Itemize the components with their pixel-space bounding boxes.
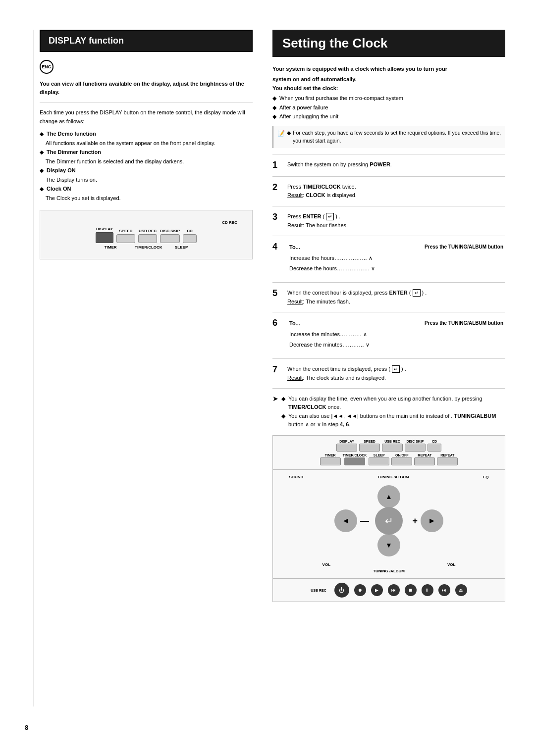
remote-display-group: DISPLAY [336, 440, 357, 452]
step-4-press-label: Press the TUNING/ALBUM button [401, 242, 505, 253]
bullet-clock-on: ◆ Clock ON [40, 185, 253, 193]
remote-usbrec-btn[interactable] [382, 444, 403, 452]
clock-when-bullets: ◆ When you first purchase the micro-comp… [272, 94, 505, 121]
remote-timerclock-btn[interactable] [344, 457, 365, 465]
dpad-area: ◄ ▲ ► ▼ — + ↵ [329, 481, 448, 560]
remote-repeat2-btn[interactable] [437, 457, 458, 465]
vol-minus-btn[interactable]: — [360, 516, 369, 526]
step-6-number: 6 [272, 318, 282, 328]
step-6-increase-minutes: Increase the minutes………… ∧ [287, 329, 397, 340]
bullet-display-on: ◆ Display ON [40, 166, 253, 175]
remote-onoff-group: ON/OFF [391, 454, 412, 465]
bullet-display-on-desc: The Display turns on. [46, 176, 253, 184]
play-btn[interactable]: ▶ [371, 584, 383, 596]
bullet-clock-on-desc: The Clock you set is displayed. [46, 194, 253, 202]
vol-right-label: VOL [447, 562, 455, 567]
dpad-down-btn[interactable]: ▼ [377, 534, 400, 556]
remote-center-section: SOUND TUNING /ALBUM EQ ◄ ▲ ► ▼ [273, 470, 505, 579]
step-2-number: 2 [272, 183, 282, 193]
stop-btn[interactable]: ⏹ [405, 584, 417, 596]
speed-btn-group: SPEED [116, 229, 135, 243]
cd-label: CD [187, 229, 193, 233]
step-6-to-label: To... [287, 318, 397, 329]
disc-skip-button[interactable] [160, 234, 180, 243]
dpad-left-btn[interactable]: ◄ [334, 509, 357, 532]
usb-rec-button[interactable] [138, 234, 157, 243]
display-intro-bold: You can view all functions available on … [40, 80, 253, 96]
step-divider-1 [272, 176, 505, 177]
timer-row: TIMER TIMER/CLOCK SLEEP [105, 245, 188, 250]
step-divider-7 [272, 388, 505, 389]
remote-top-row2: TIMER TIMER/CLOCK SLEEP ON/OFF [320, 454, 458, 465]
next-btn[interactable]: ⏭ [438, 584, 450, 596]
speed-button[interactable] [116, 234, 135, 243]
step-divider-4 [272, 282, 505, 283]
step-4: 4 To... Press the TUNING/ALBUM button In… [272, 242, 505, 276]
bullet-demo: ◆ The Demo function [40, 130, 253, 138]
remote-display-btn[interactable] [336, 444, 357, 452]
step-divider-5 [272, 312, 505, 312]
remote-timerclock-group: TIMER/CLOCK [343, 454, 367, 465]
step-divider-3 [272, 236, 505, 236]
display-button[interactable] [96, 232, 113, 243]
bullet-dimmer: ◆ The Dimmer function [40, 148, 253, 156]
step-1: 1 Switch the system on by pressing POWER… [272, 160, 505, 170]
clock-should-set: You should set the clock: [272, 85, 505, 91]
clock-section-header: Setting the Clock [272, 30, 505, 57]
prev-btn[interactable]: ⏮ [388, 584, 400, 596]
cd-button[interactable] [183, 234, 197, 243]
enter-center-btn[interactable]: ↵ [375, 507, 403, 535]
step-6-table: To... Press the TUNING/ALBUM button Incr… [287, 318, 505, 351]
diamond-icon: ◆ [40, 130, 44, 138]
tip-section: ➤ ◆ You can display the time, even when … [272, 395, 505, 429]
timer-label: TIMER [105, 245, 117, 250]
remote-timer-label: TIMER [325, 454, 336, 457]
remote-repeat1-btn[interactable] [414, 457, 435, 465]
eng-badge: ENG [40, 60, 54, 74]
tuning-album-top: TUNING /ALBUM [377, 475, 409, 479]
tip-line-1: ◆ You can display the time, even when yo… [281, 395, 505, 411]
diamond-icon-4: ◆ [40, 185, 44, 193]
divider [40, 102, 253, 102]
step-2: 2 Press TIMER/CLOCK twice. Result: CLOCK… [272, 183, 505, 200]
remote-discskip-btn[interactable] [405, 444, 426, 452]
step-2-content: Press TIMER/CLOCK twice. Result: CLOCK i… [287, 183, 505, 200]
remote-dpad-wrapper: SOUND TUNING /ALBUM EQ ◄ ▲ ► ▼ [278, 475, 500, 573]
remote-usbrec-label: USB REC [384, 440, 400, 443]
display-body-text: Each time you press the DISPLAY button o… [40, 108, 253, 126]
vol-left-label: VOL [322, 562, 330, 567]
note-diamond: ◆ [287, 129, 291, 138]
step-6-decrease-minutes: Decrease the minutes………… ∨ [287, 340, 397, 351]
diamond-icon-2: ◆ [40, 148, 44, 156]
pause-btn[interactable]: ⏸ [422, 584, 433, 596]
usb-rec-btn-group: USB REC [138, 229, 157, 243]
clock-bullet-3: ◆ After unplugging the unit [272, 112, 505, 121]
dpad-up-btn[interactable]: ▲ [377, 485, 400, 508]
remote-cd-label: CD [432, 440, 437, 443]
step-6-press-label: Press the TUNING/ALBUM button [397, 318, 505, 329]
display-btn-group: DISPLAY [96, 227, 113, 243]
eq-label: EQ [483, 475, 489, 479]
record-btn[interactable]: ⏺ [354, 584, 366, 596]
remote-timerclock-label: TIMER/CLOCK [343, 454, 367, 457]
step-7: 7 When the correct time is displayed, pr… [272, 365, 505, 382]
dpad-right-btn[interactable]: ► [421, 509, 443, 532]
remote-sleep-btn[interactable] [369, 457, 389, 465]
vol-plus-btn[interactable]: + [412, 516, 418, 526]
remote-speed-btn[interactable] [359, 444, 380, 452]
diamond-icon-3: ◆ [40, 166, 44, 175]
step-divider-6 [272, 358, 505, 359]
display-section-title: DISPLAY function [49, 36, 124, 46]
remote-timer-btn[interactable] [320, 457, 341, 465]
clock-section-title: Setting the Clock [282, 36, 387, 50]
right-column: Setting the Clock Your system is equippe… [272, 30, 505, 602]
remote-sleep-label: SLEEP [374, 454, 385, 457]
power-btn[interactable]: ⏻ [334, 583, 349, 598]
step-6: 6 To... Press the TUNING/ALBUM button In… [272, 318, 505, 353]
remote-onoff-btn[interactable] [391, 457, 412, 465]
remote-top-section: DISPLAY SPEED USB REC DISC SKIP [273, 436, 505, 470]
steps-divider-top [272, 154, 505, 154]
remote-cd-btn[interactable] [428, 444, 441, 452]
eject-btn[interactable]: ⏏ [455, 584, 467, 596]
step-6-content: To... Press the TUNING/ALBUM button Incr… [287, 318, 505, 353]
